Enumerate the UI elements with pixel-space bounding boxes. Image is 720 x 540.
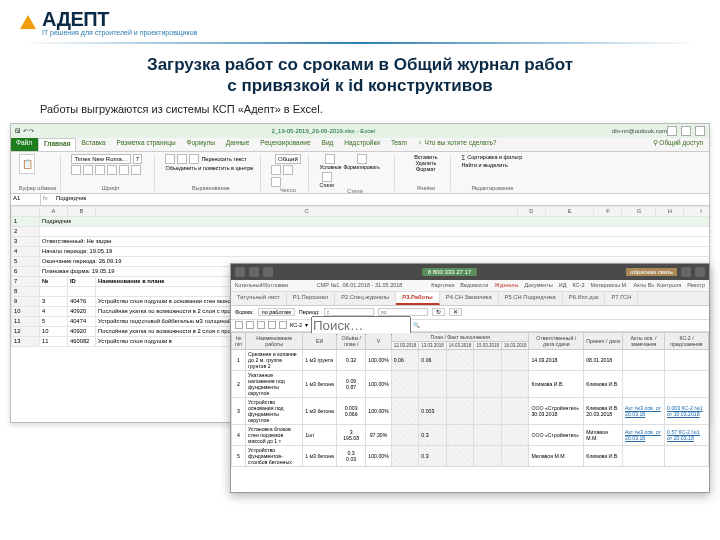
search-icon[interactable]: 🔍 xyxy=(413,322,420,328)
col-ei[interactable]: ЕИ xyxy=(303,332,337,349)
align-icon[interactable] xyxy=(189,154,199,164)
date-col[interactable]: 14.03.2018 xyxy=(446,341,474,349)
user-icon[interactable] xyxy=(695,267,705,277)
autosum-button[interactable]: ∑ xyxy=(461,154,465,160)
cell-styles-icon[interactable] xyxy=(322,172,332,182)
border-icon[interactable] xyxy=(107,165,117,175)
formula-input[interactable]: Подрядчик xyxy=(55,194,709,205)
bold-icon[interactable] xyxy=(71,165,81,175)
work-grid[interactable]: № п/п Наименование работы ЕИ Объём / пла… xyxy=(231,332,709,490)
underline-icon[interactable] xyxy=(95,165,105,175)
section-tab[interactable]: Р2.Спец.журналы xyxy=(335,292,396,305)
menu-icon[interactable] xyxy=(235,267,245,277)
ribbon-tab-review[interactable]: Рецензирование xyxy=(255,138,316,151)
grid-row[interactable]: 2 Укатанное наложения под фундаменты окр… xyxy=(232,370,709,397)
breadcrumb-tab[interactable]: КС-2 xyxy=(572,282,584,288)
breadcrumb-tab[interactable]: ИД xyxy=(559,282,567,288)
grid-row[interactable]: 3 Устройство основания под фундаменты ок… xyxy=(232,397,709,424)
paste-button[interactable] xyxy=(257,321,265,329)
kc2-selector[interactable]: КС-2 xyxy=(290,322,302,328)
col-num[interactable]: № п/п xyxy=(232,332,246,349)
section-tab[interactable]: Р7.ГСН xyxy=(605,292,638,305)
breadcrumb-tab[interactable]: Материалы М. xyxy=(590,282,627,288)
ribbon-tab-layout[interactable]: Разметка страницы xyxy=(112,138,182,151)
breadcrumb-tab[interactable]: Акты Вх. Контроля xyxy=(634,282,682,288)
grid-row[interactable]: 4 Установка блоков стен подземов массой … xyxy=(232,424,709,445)
form-select[interactable]: по работам xyxy=(258,308,295,316)
find-button[interactable]: Найти и выделить xyxy=(461,162,507,168)
section-tab[interactable]: Р6.Исп.док xyxy=(563,292,606,305)
currency-icon[interactable] xyxy=(271,165,281,175)
ribbon-tab-data[interactable]: Данные xyxy=(221,138,255,151)
cell[interactable]: Начало периода: 19.05.19 xyxy=(40,246,710,256)
breadcrumb-tab[interactable]: Реестр xyxy=(687,282,705,288)
feedback-button[interactable]: обратная связь xyxy=(626,268,677,276)
wrap-text-button[interactable]: Переносить текст xyxy=(201,156,246,162)
col-kc2[interactable]: КС-2 / предложение xyxy=(665,332,709,349)
cell[interactable]: Подрядчик xyxy=(40,216,710,226)
breadcrumb-tab[interactable]: Документы xyxy=(524,282,552,288)
percent-icon[interactable] xyxy=(283,165,293,175)
ribbon-tab-formulas[interactable]: Формулы xyxy=(182,138,221,151)
close-icon[interactable] xyxy=(695,126,705,136)
fmt-table-icon[interactable] xyxy=(357,154,367,164)
breadcrumb-left[interactable]: Котельный/Котлован xyxy=(235,282,288,288)
ribbon-tab-team[interactable]: Team xyxy=(386,138,413,151)
font-name-input[interactable]: Times New Roma… xyxy=(71,154,130,164)
fill-color-icon[interactable] xyxy=(119,165,129,175)
grid-row[interactable]: 1 Срезание и копание до 2 м, группе грун… xyxy=(232,349,709,370)
ribbon-tab-file[interactable]: Файл xyxy=(11,138,38,151)
breadcrumb-tab[interactable]: Карточка xyxy=(431,282,454,288)
cond-fmt-icon[interactable] xyxy=(325,154,335,164)
paste-button[interactable]: 📋 xyxy=(19,154,35,174)
ribbon-share[interactable]: ⚲ Общий доступ xyxy=(648,138,709,151)
font-color-icon[interactable] xyxy=(131,165,141,175)
ribbon-tell-me[interactable]: ♀ Что вы хотите сделать? xyxy=(413,138,648,151)
italic-icon[interactable] xyxy=(83,165,93,175)
comma-icon[interactable] xyxy=(271,177,281,187)
align-icon[interactable] xyxy=(165,154,175,164)
date-col[interactable]: 13.03.2018 xyxy=(419,341,447,349)
ribbon-tab-addins[interactable]: Надстройки xyxy=(339,138,386,151)
date-col[interactable]: 12.03.2018 xyxy=(391,341,419,349)
date-col[interactable]: 16.03.2018 xyxy=(501,341,529,349)
align-icon[interactable] xyxy=(177,154,187,164)
ribbon-tab-home[interactable]: Главная xyxy=(38,138,76,151)
ribbon-tab-insert[interactable]: Вставка xyxy=(76,138,111,151)
section-tab[interactable]: Р1.Персонал xyxy=(287,292,335,305)
add-row-button[interactable] xyxy=(235,321,243,329)
cell[interactable]: Ответственный: Не задан xyxy=(40,236,710,246)
section-tab[interactable]: Р4.СН Заказчика xyxy=(440,292,499,305)
font-size-input[interactable]: 7 xyxy=(133,154,142,164)
gear-icon[interactable] xyxy=(681,267,691,277)
section-tab[interactable]: Р3.Работы xyxy=(396,292,439,305)
copy-button[interactable] xyxy=(246,321,254,329)
col-resp[interactable]: Ответственный / дата сдачи xyxy=(529,332,584,349)
section-tab[interactable]: Титульный лист xyxy=(231,292,287,305)
grid-row[interactable]: 5 Устройство фундаментов-столбов бетонны… xyxy=(232,445,709,466)
col-v[interactable]: V xyxy=(366,332,391,349)
sort-filter-button[interactable]: Сортировка и фильтр xyxy=(467,154,522,160)
excel-account[interactable]: din-nn@outlook.com xyxy=(612,128,667,134)
col-planfact[interactable]: План / Факт выполнения xyxy=(391,332,529,341)
maximize-icon[interactable] xyxy=(681,126,691,136)
excel-export-icon[interactable] xyxy=(279,321,287,329)
merge-button[interactable]: Объединить и поместить в центре xyxy=(165,165,253,171)
ribbon-tab-view[interactable]: Вид xyxy=(317,138,340,151)
section-tab[interactable]: Р5.СН Подрядчика xyxy=(499,292,563,305)
name-box[interactable]: A1 xyxy=(11,194,41,205)
col-name[interactable]: Наименование работы xyxy=(246,332,303,349)
format-cells-button[interactable]: Формат xyxy=(416,166,436,172)
col-acts[interactable]: Акты осв. / замечания xyxy=(623,332,665,349)
col-accept[interactable]: Принял / дата xyxy=(584,332,623,349)
home-icon[interactable] xyxy=(249,267,259,277)
breadcrumb-tab[interactable]: Журналы xyxy=(494,282,518,288)
search-icon[interactable] xyxy=(263,267,273,277)
col-plan[interactable]: Объём / план / xyxy=(337,332,366,349)
number-format-input[interactable]: Общий xyxy=(275,154,301,164)
delete-button[interactable] xyxy=(268,321,276,329)
date-col[interactable]: 15.03.2018 xyxy=(474,341,502,349)
minimize-icon[interactable] xyxy=(667,126,677,136)
breadcrumb-tab[interactable]: Ведомости xyxy=(460,282,488,288)
fx-icon[interactable]: fx xyxy=(41,194,55,205)
